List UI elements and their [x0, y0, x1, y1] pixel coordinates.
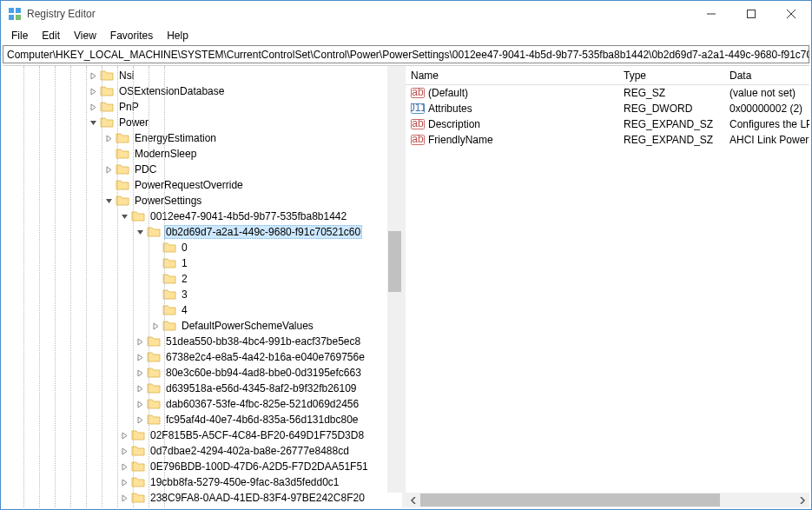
- chevron-right-icon[interactable]: [133, 416, 147, 424]
- value-type: REG_EXPAND_SZ: [618, 134, 724, 146]
- tree-row[interactable]: 0b2d69d7-a2a1-449c-9680-f91c70521c60: [3, 224, 402, 240]
- registry-tree[interactable]: NsiOSExtensionDatabasePnPPowerEnergyEsti…: [3, 66, 402, 507]
- main-panel: NsiOSExtensionDatabasePnPPowerEnergyEsti…: [3, 65, 809, 507]
- chevron-right-icon[interactable]: [133, 385, 147, 393]
- chevron-right-icon[interactable]: [117, 447, 131, 455]
- col-name[interactable]: Name: [406, 66, 618, 84]
- tree-row[interactable]: 6738e2c4-e8a5-4a42-b16a-e040e769756e: [3, 349, 402, 365]
- tree-row[interactable]: 0: [3, 240, 402, 255]
- chevron-right-icon[interactable]: [117, 494, 131, 502]
- minimize-button[interactable]: [691, 1, 731, 27]
- chevron-right-icon[interactable]: [133, 401, 147, 408]
- tree-row[interactable]: 02F815B5-A5CF-4C84-BF20-649D1F75D3D8: [3, 427, 402, 443]
- tree-row[interactable]: 19cbb8fa-5279-450e-9fac-8a3d5fedd0c1: [3, 474, 402, 490]
- maximize-button[interactable]: [731, 1, 771, 27]
- tree-row[interactable]: EnergyEstimation: [3, 130, 402, 146]
- menu-view[interactable]: View: [67, 28, 103, 43]
- menu-favorites[interactable]: Favorites: [103, 28, 160, 43]
- tree-row[interactable]: Nsi: [3, 68, 402, 83]
- tree-row[interactable]: 4: [3, 302, 402, 318]
- chevron-right-icon[interactable]: [86, 88, 100, 96]
- chevron-right-icon[interactable]: [102, 135, 116, 142]
- chevron-right-icon[interactable]: [117, 463, 131, 471]
- chevron-right-icon[interactable]: [86, 103, 100, 111]
- chevron-down-icon[interactable]: [133, 229, 147, 236]
- tree-row[interactable]: PDC: [3, 162, 402, 177]
- value-data: Configures the LPM state: [724, 118, 809, 130]
- value-row[interactable]: abDescriptionREG_EXPAND_SZConfigures the…: [406, 116, 809, 132]
- tree-label: DefaultPowerSchemeValues: [180, 320, 315, 332]
- tree-row[interactable]: dab60367-53fe-4fbc-825e-521d069d2456: [3, 396, 402, 412]
- tree-row[interactable]: 1: [3, 255, 402, 271]
- title-bar: Registry Editor: [1, 1, 811, 27]
- hscroll-right[interactable]: [795, 493, 809, 507]
- tree-row[interactable]: 2: [3, 271, 402, 287]
- tree-label: 02F815B5-A5CF-4C84-BF20-649D1F75D3D8: [149, 429, 366, 441]
- address-bar[interactable]: Computer\HKEY_LOCAL_MACHINE\SYSTEM\Curre…: [3, 45, 809, 63]
- chevron-right-icon[interactable]: [117, 432, 131, 440]
- chevron-down-icon[interactable]: [86, 119, 100, 127]
- tree-row[interactable]: OSExtensionDatabase: [3, 83, 402, 99]
- tree-label: 6738e2c4-e8a5-4a42-b16a-e040e769756e: [164, 351, 366, 363]
- reg-string-icon: ab: [411, 134, 425, 146]
- tree-row[interactable]: 0012ee47-9041-4b5d-9b77-535fba8b1442: [3, 209, 402, 224]
- value-name: (Default): [428, 87, 468, 99]
- menu-edit[interactable]: Edit: [35, 28, 67, 43]
- chevron-right-icon[interactable]: [117, 479, 131, 487]
- tree-label: 0012ee47-9041-4b5d-9b77-535fba8b1442: [149, 210, 348, 222]
- tree-label: PDC: [133, 163, 158, 176]
- value-name: Description: [428, 118, 480, 130]
- chevron-right-icon[interactable]: [102, 166, 116, 174]
- hscroll-left[interactable]: [406, 493, 420, 507]
- value-type: REG_EXPAND_SZ: [618, 118, 724, 130]
- tree-row[interactable]: ModernSleep: [3, 146, 402, 162]
- chevron-right-icon[interactable]: [86, 72, 100, 80]
- tree-label: 2: [180, 273, 189, 285]
- tree-scrollbar[interactable]: [387, 66, 402, 493]
- tree-label: PowerSettings: [133, 195, 203, 207]
- menu-file[interactable]: File: [4, 28, 35, 43]
- chevron-right-icon[interactable]: [133, 369, 147, 377]
- tree-label: 238C9FA8-0AAD-41ED-83F4-97BE242C8F20: [149, 492, 366, 504]
- svg-text:011: 011: [411, 103, 425, 114]
- value-row[interactable]: abFriendlyNameREG_EXPAND_SZAHCI Link Pow…: [406, 132, 809, 148]
- tree-label: PowerRequestOverride: [133, 179, 245, 191]
- tree-row[interactable]: d639518a-e56d-4345-8af2-b9f32fb26109: [3, 381, 402, 396]
- reg-string-icon: ab: [411, 118, 425, 130]
- value-row[interactable]: 011AttributesREG_DWORD0x00000002 (2): [406, 101, 809, 116]
- chevron-down-icon[interactable]: [117, 213, 131, 221]
- tree-row[interactable]: 0E796BDB-100D-47D6-A2D5-F7D2DAA51F51: [3, 459, 402, 474]
- tree-row[interactable]: 51dea550-bb38-4bc4-991b-eacf37be5ec8: [3, 334, 402, 349]
- tree-label: 51dea550-bb38-4bc4-991b-eacf37be5ec8: [164, 335, 362, 348]
- menu-help[interactable]: Help: [160, 28, 195, 43]
- tree-row[interactable]: DefaultPowerSchemeValues: [3, 318, 402, 334]
- tree-row[interactable]: 238C9FA8-0AAD-41ED-83F4-97BE242C8F20: [3, 490, 402, 506]
- values-list[interactable]: ab(Default)REG_SZ(value not set)011Attri…: [406, 85, 809, 148]
- tree-label: dab60367-53fe-4fbc-825e-521d069d2456: [164, 398, 360, 410]
- values-hscroll[interactable]: [406, 493, 809, 507]
- value-row[interactable]: ab(Default)REG_SZ(value not set): [406, 85, 809, 101]
- value-name: Attributes: [428, 103, 472, 115]
- tree-row[interactable]: PowerRequestOverride: [3, 177, 402, 193]
- tree-row[interactable]: fc95af4d-40e7-4b6d-835a-56d131dbc80e: [3, 412, 402, 427]
- chevron-right-icon[interactable]: [133, 354, 147, 361]
- tree-row[interactable]: PnP: [3, 99, 402, 115]
- close-button[interactable]: [771, 1, 811, 27]
- tree-row[interactable]: 80e3c60e-bb94-4ad8-bbe0-0d3195efc663: [3, 365, 402, 381]
- tree-row[interactable]: 0d7dbae2-4294-402a-ba8e-26777e8488cd: [3, 443, 402, 459]
- chevron-right-icon[interactable]: [133, 338, 147, 346]
- value-data: 0x00000002 (2): [724, 103, 809, 115]
- tree-row[interactable]: PowerSettings: [3, 193, 402, 209]
- tree-row[interactable]: 3: [3, 287, 402, 302]
- chevron-down-icon[interactable]: [102, 197, 116, 205]
- col-data[interactable]: Data: [724, 66, 809, 84]
- tree-scroll-thumb[interactable]: [388, 231, 401, 292]
- svg-text:ab: ab: [412, 134, 424, 145]
- chevron-right-icon[interactable]: [149, 322, 162, 330]
- tree-row[interactable]: Power: [3, 115, 402, 130]
- svg-text:ab: ab: [412, 118, 424, 129]
- col-type[interactable]: Type: [618, 66, 724, 84]
- app-icon: [8, 7, 22, 21]
- hscroll-thumb[interactable]: [420, 493, 720, 507]
- svg-text:ab: ab: [412, 87, 424, 98]
